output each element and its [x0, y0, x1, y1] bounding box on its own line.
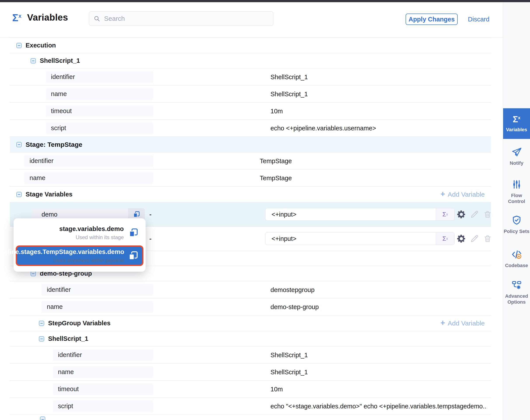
table-row: identifierShellScript_1 — [10, 346, 491, 363]
sidebar-item-label: Flow Control — [503, 193, 530, 204]
field-value: TempStage — [260, 174, 292, 181]
variable-value-input[interactable]: <+input>Σx — [265, 208, 455, 221]
table-row: timeout10m — [10, 381, 491, 398]
sliders-icon — [511, 179, 522, 190]
field-label: timeout — [53, 383, 153, 395]
flow-gear-icon — [511, 280, 522, 290]
expression-option-stage-scope[interactable]: stage.variables.demo Used within its sta… — [14, 224, 146, 242]
edit-icon-button[interactable] — [470, 209, 480, 219]
row-label: ShellScript_1 — [40, 57, 80, 64]
row-label: ShellScript_1 — [48, 335, 88, 342]
collapse-icon[interactable]: − — [16, 43, 22, 48]
sigma-x-icon: Σx — [513, 115, 520, 124]
copy-icon[interactable] — [129, 228, 138, 238]
sidebar-item-codebase[interactable]: Codebase — [503, 249, 530, 269]
field-label: identifier — [24, 155, 153, 167]
expression-text: stage.variables.demo — [59, 225, 124, 233]
collapse-icon[interactable]: − — [39, 336, 44, 342]
table-row: identifierdemostepgroup — [10, 281, 491, 298]
add-variable-label: Add Variable — [448, 320, 485, 327]
right-sidebar: Σx Variables Notify Flow Control Policy … — [503, 2, 530, 420]
field-value: demostepgroup — [270, 286, 315, 293]
field-label: identifier — [46, 71, 153, 83]
search-box[interactable] — [89, 11, 273, 26]
sidebar-item-flow-control[interactable]: Flow Control — [503, 179, 530, 204]
sidebar-item-label: Codebase — [505, 263, 528, 269]
field-label: identifier — [42, 284, 153, 296]
table-row: −StepGroup Variables+Add Variable — [10, 315, 491, 331]
variables-sigma-icon: Σx — [12, 13, 21, 23]
variable-description-empty: - — [149, 235, 151, 242]
discard-button[interactable]: Discard — [468, 14, 489, 25]
table-row: nameShellScript_1 — [10, 86, 491, 103]
field-value: echo "<+stage.variables.demo>" echo <+pi… — [270, 403, 487, 410]
field-value: ShellScript_1 — [270, 351, 308, 359]
field-value: 10m — [270, 107, 283, 115]
sidebar-item-label: Advanced Options — [503, 293, 530, 305]
variable-value-input[interactable]: <+input>Σx — [265, 232, 455, 245]
collapse-icon[interactable]: − — [16, 142, 22, 147]
plus-icon: + — [440, 190, 445, 198]
expression-toggle-button[interactable]: Σx — [436, 208, 454, 221]
page-header: Σx Variables Apply Changes Discard — [0, 2, 503, 37]
table-row: −Stage: TempStage — [10, 137, 491, 152]
field-value: ShellScript_1 — [270, 73, 308, 80]
table-row: identifierShellScript_1 — [10, 68, 491, 86]
expression-scope-hint: Used within its stage — [76, 234, 124, 240]
variable-expression-popup: stage.variables.demo Used within its sta… — [14, 218, 146, 272]
variable-description-empty: - — [149, 211, 151, 218]
row-actions — [456, 209, 493, 219]
table-row: nameShellScript_1 — [10, 363, 491, 381]
copy-icon[interactable] — [128, 251, 138, 261]
expression-scope-hint: Used anywhere within pipeline — [53, 257, 124, 263]
add-variable-label: Add Variable — [448, 191, 485, 198]
settings-icon-button[interactable] — [456, 209, 466, 219]
expression-toggle-button[interactable]: Σx — [436, 233, 454, 245]
delete-icon-button[interactable] — [483, 234, 493, 244]
table-row: −Stage Variables+Add Variable — [10, 187, 491, 202]
field-label: name — [53, 366, 153, 378]
sidebar-item-label: Policy Sets — [504, 228, 529, 234]
sidebar-item-notify[interactable]: Notify — [503, 147, 530, 166]
field-label: timeout — [46, 105, 153, 117]
variable-value-text: <+input> — [265, 233, 436, 245]
table-row: scriptecho "<+stage.variables.demo>" ech… — [10, 398, 491, 415]
search-input[interactable] — [104, 15, 269, 23]
add-variable-button[interactable]: +Add Variable — [440, 191, 485, 198]
table-row: − — [10, 415, 491, 420]
sidebar-item-policy-sets[interactable]: Policy Sets — [503, 215, 530, 234]
sidebar-item-variables[interactable]: Σx Variables — [503, 108, 530, 139]
apply-changes-button[interactable]: Apply Changes — [406, 14, 458, 25]
settings-icon-button[interactable] — [456, 234, 466, 244]
table-row: nameTempStage — [10, 169, 491, 187]
field-value: ShellScript_1 — [270, 90, 308, 98]
expression-text: pipeline.stages.TempStage.variables.demo — [0, 248, 124, 255]
plus-icon: + — [440, 319, 445, 327]
row-actions — [456, 234, 493, 244]
sidebar-item-advanced-options[interactable]: Advanced Options — [503, 280, 530, 305]
code-warning-icon — [511, 249, 522, 260]
top-dark-bar — [0, 0, 530, 2]
collapse-icon[interactable]: − — [40, 417, 45, 420]
collapse-icon[interactable]: − — [31, 58, 36, 63]
table-row: identifierTempStage — [10, 152, 491, 169]
field-label: script — [46, 122, 153, 134]
table-row: timeout10m — [10, 103, 491, 120]
field-label: name — [42, 301, 153, 313]
field-value: ShellScript_1 — [270, 368, 308, 375]
row-label: Execution — [26, 42, 56, 49]
variable-value-text: <+input> — [265, 208, 436, 221]
delete-icon-button[interactable] — [483, 209, 493, 219]
edit-icon-button[interactable] — [470, 234, 480, 244]
table-row: namedemo-step-group — [10, 298, 491, 315]
collapse-icon[interactable]: − — [31, 271, 36, 276]
stage-header-label: Stage: TempStage — [26, 141, 82, 148]
field-value: 10m — [270, 385, 283, 393]
field-label: script — [53, 400, 153, 412]
expression-option-pipeline-scope[interactable]: pipeline.stages.TempStage.variables.demo… — [16, 245, 143, 266]
add-variable-button[interactable]: +Add Variable — [440, 320, 485, 327]
field-label: name — [24, 172, 153, 184]
collapse-icon[interactable]: − — [39, 321, 44, 326]
collapse-icon[interactable]: − — [16, 192, 22, 197]
page-title: Variables — [27, 12, 68, 23]
